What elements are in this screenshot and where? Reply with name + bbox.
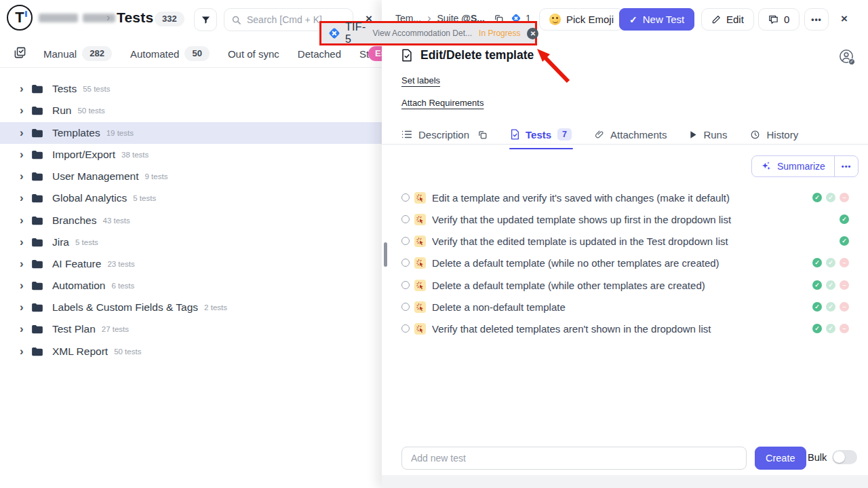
status-passed-badge: ✓ xyxy=(812,280,822,290)
status-failed-muted-badge: – xyxy=(840,324,849,333)
add-new-test-input[interactable] xyxy=(401,447,747,470)
breadcrumb-separator-icon: › xyxy=(106,12,110,24)
chevron-right-icon[interactable]: › xyxy=(20,345,29,357)
sidebar-item-user-management[interactable]: › User Management 9 tests xyxy=(0,166,382,187)
sidebar-item-tests[interactable]: › Tests 55 tests xyxy=(0,78,382,100)
jira-issue-icon xyxy=(329,28,340,39)
chevron-right-icon[interactable]: › xyxy=(20,301,29,313)
sidebar-item-ai-feature[interactable]: › AI Feature 23 tests xyxy=(0,253,382,275)
comments-button[interactable]: 0 xyxy=(758,8,800,31)
click-spark-emoji-icon xyxy=(414,301,426,313)
chevron-right-icon[interactable]: › xyxy=(20,323,29,335)
test-row[interactable]: Verify that the updated template shows u… xyxy=(401,210,854,229)
checklist-icon[interactable] xyxy=(14,46,26,59)
select-circle[interactable] xyxy=(401,303,410,311)
summarize-split-button: Summarize ••• xyxy=(751,155,859,177)
test-row[interactable]: Delete a non-default template ✓✓– xyxy=(401,297,854,316)
chevron-right-icon[interactable]: › xyxy=(20,105,29,116)
paperclip-icon xyxy=(595,130,604,140)
status-passed-badge: ✓ xyxy=(812,324,822,333)
test-row[interactable]: Delete a default template (while other t… xyxy=(401,276,854,295)
folder-icon xyxy=(31,281,43,290)
sidebar-item-branches[interactable]: › Branches 43 tests xyxy=(0,210,382,231)
tab-out-of-sync[interactable]: Out of sync xyxy=(228,48,279,60)
scrollbar-thumb[interactable] xyxy=(384,242,387,267)
issue-close-icon[interactable]: ✕ xyxy=(527,28,538,39)
chevron-right-icon[interactable]: › xyxy=(20,214,29,226)
chevron-right-icon[interactable]: › xyxy=(20,280,29,291)
tabs-divider xyxy=(382,144,868,145)
test-row[interactable]: Verify that deleted templates aren't sho… xyxy=(401,319,854,338)
folder-icon xyxy=(31,150,43,159)
folder-icon xyxy=(31,216,43,225)
select-circle[interactable] xyxy=(401,215,410,223)
summarize-button[interactable]: Summarize xyxy=(752,156,834,176)
folder-icon xyxy=(31,106,43,115)
sidebar-item-templates[interactable]: › Templates 19 tests xyxy=(0,122,382,144)
sidebar-item-global-analytics[interactable]: › Global Analytics 5 tests xyxy=(0,187,382,209)
select-circle[interactable] xyxy=(401,237,410,245)
issue-key[interactable]: TIF-5 xyxy=(345,21,366,45)
tab-runs[interactable]: Runs xyxy=(690,129,727,140)
sidebar-item-xml-report[interactable]: › XML Report 50 tests xyxy=(0,341,382,362)
app-root: T › Tests 332 × Manual 282 Automated 50 … xyxy=(0,0,868,488)
bulk-toggle[interactable] xyxy=(832,450,857,464)
tabrow-divider xyxy=(0,67,382,68)
project-name-redacted[interactable] xyxy=(39,14,115,22)
copy-icon[interactable] xyxy=(477,130,488,140)
sidebar-item-jira[interactable]: › Jira 5 tests xyxy=(0,231,382,253)
chevron-right-icon[interactable]: › xyxy=(20,127,29,138)
select-circle[interactable] xyxy=(401,259,410,267)
chevron-right-icon[interactable]: › xyxy=(20,258,29,269)
issue-title[interactable]: View Accommodation Det... xyxy=(373,29,473,38)
set-labels-link[interactable]: Set labels xyxy=(401,75,440,86)
tab-automated[interactable]: Automated 50 xyxy=(130,46,210,61)
tab-tests[interactable]: Tests 7 xyxy=(511,128,572,140)
panel-close-icon[interactable]: × xyxy=(841,13,848,24)
tab-description[interactable]: Description xyxy=(401,129,488,140)
select-circle[interactable] xyxy=(401,193,410,202)
click-spark-emoji-icon xyxy=(414,214,426,225)
chevron-right-icon[interactable]: › xyxy=(20,236,29,248)
create-button[interactable]: Create xyxy=(755,447,806,470)
test-row[interactable]: Verify that the edited template is updat… xyxy=(401,231,854,250)
app-logo[interactable]: T xyxy=(7,5,33,31)
sidebar-item-import-export[interactable]: › Import/Export 38 tests xyxy=(0,144,382,166)
filter-button[interactable] xyxy=(194,8,217,31)
play-icon xyxy=(690,130,697,139)
attach-requirements-link[interactable]: Attach Requirements xyxy=(401,98,484,108)
chevron-right-icon[interactable]: › xyxy=(20,83,29,94)
summarize-more-button[interactable]: ••• xyxy=(834,156,859,176)
tab-attachments[interactable]: Attachments xyxy=(595,129,667,140)
status-failed-muted-badge: – xyxy=(840,302,849,312)
test-row[interactable]: Edit a template and verify it's saved wi… xyxy=(401,188,854,207)
folder-icon xyxy=(31,347,43,356)
tab-manual[interactable]: Manual 282 xyxy=(43,46,112,61)
pick-emoji-button[interactable]: Pick Emoji xyxy=(539,8,624,31)
automated-count-badge: 50 xyxy=(184,46,209,61)
sidebar-item-automation[interactable]: › Automation 6 tests xyxy=(0,275,382,297)
pencil-icon xyxy=(711,15,721,24)
status-passed-badge: ✓ xyxy=(812,258,822,267)
more-actions-button[interactable]: ••• xyxy=(804,8,829,31)
assignee-avatar[interactable]: ✓ xyxy=(839,49,854,64)
test-row[interactable]: Delete a default template (while no othe… xyxy=(401,253,854,272)
tab-history[interactable]: History xyxy=(750,129,798,140)
edit-button[interactable]: Edit xyxy=(701,8,754,31)
select-circle[interactable] xyxy=(401,324,410,333)
status-passed-muted-badge: ✓ xyxy=(826,193,835,202)
page-title: Tests xyxy=(117,10,153,26)
search-icon xyxy=(231,15,241,25)
chevron-right-icon[interactable]: › xyxy=(20,170,29,182)
new-test-button[interactable]: ✓ New Test xyxy=(619,8,694,31)
issue-status: In Progress xyxy=(479,29,520,38)
document-check-icon xyxy=(511,129,519,140)
chevron-right-icon[interactable]: › xyxy=(20,149,29,160)
select-circle[interactable] xyxy=(401,281,410,289)
sidebar-item-test-plan[interactable]: › Test Plan 27 tests xyxy=(0,318,382,340)
sidebar-item-labels-custom-fields-tags[interactable]: › Labels & Custom Fields & Tags 2 tests xyxy=(0,297,382,318)
tab-detached[interactable]: Detached xyxy=(298,48,341,60)
chevron-right-icon[interactable]: › xyxy=(20,192,29,204)
sidebar-item-run[interactable]: › Run 50 tests xyxy=(0,100,382,121)
folder-icon xyxy=(31,238,43,247)
